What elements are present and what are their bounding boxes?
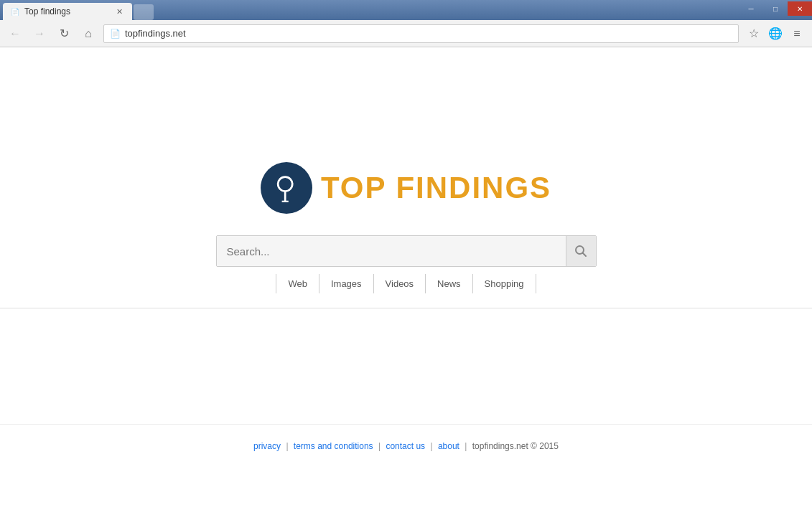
svg-point-0: [278, 177, 292, 192]
toolbar-icons: ☆ 🌐 ≡: [745, 24, 806, 43]
title-bar: 📄 Top findings ✕ ─ □ ✕: [0, 0, 812, 20]
footer: privacy | terms and conditions | contact…: [0, 424, 812, 467]
tab-close-button[interactable]: ✕: [113, 6, 125, 17]
search-nav-shopping[interactable]: Shopping: [473, 274, 536, 293]
search-nav-images[interactable]: Images: [319, 274, 374, 293]
window-controls: ─ □ ✕: [739, 0, 812, 20]
search-button[interactable]: [566, 236, 596, 266]
footer-privacy-link[interactable]: privacy: [253, 441, 281, 451]
new-tab-button[interactable]: [134, 4, 154, 20]
home-button[interactable]: ⌂: [79, 24, 98, 43]
back-button[interactable]: ←: [6, 24, 24, 43]
logo-icon: [261, 162, 312, 214]
url-icon: 📄: [110, 29, 121, 39]
url-bar[interactable]: 📄 topfindings.net: [103, 24, 739, 43]
tab-favicon: 📄: [10, 6, 20, 16]
forward-button[interactable]: →: [30, 24, 49, 43]
search-nav: Web Images Videos News Shopping: [276, 274, 536, 293]
globe-icon[interactable]: 🌐: [766, 24, 785, 43]
logo-area: TOP FINDINGS: [261, 162, 551, 214]
footer-terms-link[interactable]: terms and conditions: [294, 441, 373, 451]
footer-about-link[interactable]: about: [438, 441, 459, 451]
page-content: TOP FINDINGS Web Images Videos News Shop…: [0, 47, 812, 467]
reload-button[interactable]: ↻: [55, 24, 73, 43]
logo-text: TOP FINDINGS: [321, 171, 551, 205]
search-nav-web[interactable]: Web: [276, 274, 319, 293]
close-button[interactable]: ✕: [788, 1, 812, 16]
url-text: topfindings.net: [125, 28, 186, 39]
search-nav-news[interactable]: News: [426, 274, 473, 293]
footer-contact-link[interactable]: contact us: [386, 441, 425, 451]
menu-icon[interactable]: ≡: [788, 24, 806, 43]
tab-title: Top findings: [24, 6, 109, 16]
footer-copyright: topfindings.net © 2015: [472, 441, 559, 451]
search-nav-videos[interactable]: Videos: [374, 274, 426, 293]
page-divider: [0, 308, 812, 308]
maximize-button[interactable]: □: [763, 1, 788, 16]
footer-text: privacy | terms and conditions | contact…: [253, 441, 559, 451]
svg-line-4: [583, 253, 587, 257]
address-bar: ← → ↻ ⌂ 📄 topfindings.net ☆ 🌐 ≡: [0, 20, 812, 47]
minimize-button[interactable]: ─: [739, 1, 763, 16]
search-input[interactable]: [217, 236, 566, 266]
bookmark-icon[interactable]: ☆: [745, 24, 763, 43]
browser-tab[interactable]: 📄 Top findings ✕: [3, 3, 132, 20]
search-area: [216, 235, 597, 267]
